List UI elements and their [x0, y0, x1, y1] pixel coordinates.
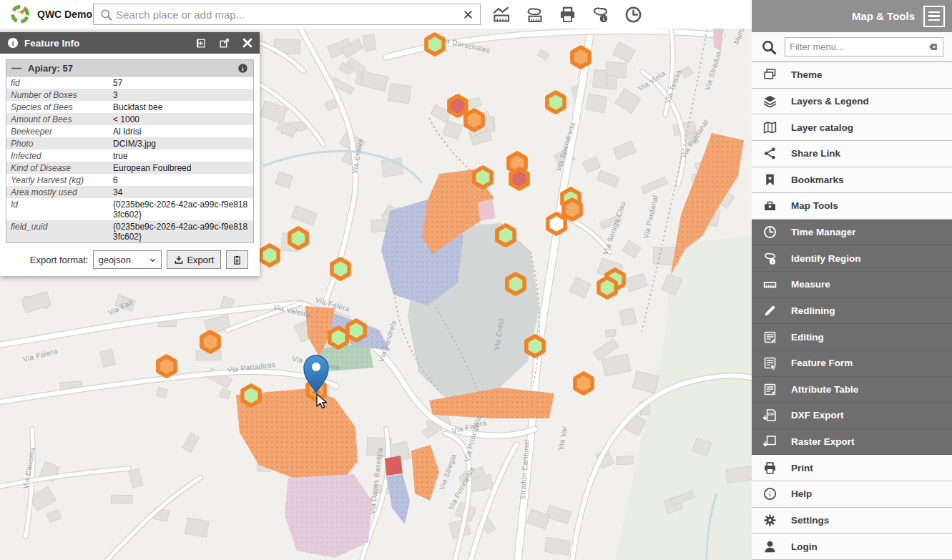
apiary-marker-orange[interactable]	[575, 373, 592, 393]
apiary-marker-green[interactable]	[290, 228, 307, 248]
attribute-label: Infected	[6, 149, 109, 162]
apiary-marker-green[interactable]	[348, 320, 365, 340]
clear-filter-icon[interactable]	[928, 41, 938, 52]
feature-info-badge-icon[interactable]: i	[237, 63, 248, 74]
sidebar-item-theme[interactable]: Theme	[752, 62, 952, 89]
apiary-marker-orange[interactable]	[158, 356, 175, 376]
apiary-marker-green[interactable]	[330, 328, 347, 348]
qwc-logo-icon	[9, 3, 31, 26]
attribute-value: European Foulbreed	[109, 162, 253, 174]
sidebar-item-label: Login	[791, 541, 818, 552]
search-input[interactable]	[116, 9, 456, 21]
attribute-label: Kind of Disease	[6, 162, 109, 174]
sidebar-item-feature-form[interactable]: Feature Form	[752, 350, 952, 377]
sidebar-item-redlining[interactable]: Redlining	[752, 298, 952, 325]
svg-text:DXF: DXF	[768, 413, 775, 417]
print-icon	[762, 461, 778, 476]
attribute-row: Yearly Harvest (kg)6	[6, 174, 253, 186]
attribute-row: Number of Boxes3	[6, 89, 253, 101]
apiary-marker-green[interactable]	[526, 336, 544, 356]
chevron-down-icon	[149, 256, 157, 264]
search-bar[interactable]	[93, 4, 481, 25]
apiary-marker-green[interactable]	[507, 274, 524, 294]
apiary-marker-green[interactable]	[426, 34, 443, 54]
sidebar-item-label: Bookmarks	[791, 175, 844, 185]
attribute-label: Id	[6, 198, 109, 220]
sidebar-item-dxf-export[interactable]: DXFDXF Export	[752, 403, 952, 429]
filter-menu-input-box[interactable]	[785, 37, 943, 57]
sidebar-item-label: Raster Export	[791, 436, 855, 447]
help-icon: i	[762, 486, 778, 501]
export-format-label: Export format:	[30, 255, 89, 265]
sidebar-item-map-tools[interactable]: Map Tools	[752, 193, 952, 220]
sidebar-item-bookmarks[interactable]: Bookmarks	[752, 167, 952, 194]
feature-form-icon	[762, 355, 778, 370]
clear-search-icon[interactable]	[456, 10, 480, 19]
apiary-marker-green[interactable]	[332, 259, 349, 279]
apiary-marker-green[interactable]	[261, 245, 278, 265]
print-icon[interactable]	[556, 4, 578, 25]
sidebar-item-raster-export[interactable]: Raster Export	[752, 429, 952, 456]
identify-region-icon[interactable]: i	[589, 4, 611, 25]
apiary-marker-orange[interactable]	[572, 47, 589, 67]
hamburger-menu-icon[interactable]	[923, 6, 945, 27]
app-logo: QWC Demo	[0, 3, 93, 26]
feature-section: — Apiary: 57 i fid57Number of Boxes3Spec…	[6, 59, 254, 243]
editing-icon	[762, 330, 778, 345]
sidebar-item-measure[interactable]: Measure	[752, 272, 952, 298]
sidebar-item-settings[interactable]: Settings	[752, 508, 952, 534]
sidebar-item-help[interactable]: iHelp	[752, 481, 952, 508]
attribute-label: fid	[6, 77, 109, 89]
apiary-marker-green[interactable]	[474, 167, 491, 187]
time-manager-icon[interactable]	[622, 4, 644, 25]
sidebar-item-identify-region[interactable]: iIdentify Region	[752, 245, 952, 272]
sidebar-item-label: Editing	[791, 332, 824, 343]
measure-icon[interactable]	[491, 4, 512, 25]
sidebar-item-label: Theme	[791, 69, 823, 80]
apiary-marker-green[interactable]	[497, 225, 514, 245]
attribute-value: {0235be9c-2026-42ac-a99c-f9e8183fc602}	[109, 198, 253, 220]
copy-to-clipboard-button[interactable]	[226, 250, 248, 269]
feature-section-header[interactable]: — Apiary: 57 i	[6, 60, 253, 77]
close-icon[interactable]	[242, 37, 253, 49]
attribute-row: Kind of DiseaseEuropean Foulbreed	[6, 162, 253, 174]
apiary-marker-green[interactable]	[547, 92, 564, 112]
dock-icon[interactable]	[195, 37, 207, 49]
attribute-row: Area mostly used34	[6, 186, 253, 198]
sidebar-item-time-manager[interactable]: Time Manager	[752, 220, 952, 246]
apiary-marker-orange[interactable]	[466, 110, 483, 130]
menu-filter-row	[752, 32, 952, 62]
sidebar-item-layers-legend[interactable]: Layers & Legend	[752, 89, 952, 115]
external-window-icon[interactable]	[218, 37, 230, 49]
apiary-marker-red[interactable]	[449, 96, 466, 116]
apiary-marker-red[interactable]	[511, 169, 528, 189]
apiary-marker-orange[interactable]	[564, 200, 581, 220]
sidebar-item-layer-catalog[interactable]: Layer catalog	[752, 114, 952, 141]
apiary-marker-white[interactable]	[548, 214, 565, 234]
identify-region-icon: i	[762, 251, 778, 266]
sidebar-item-label: DXF Export	[791, 410, 844, 421]
sidebar-item-label: Identify Region	[791, 253, 861, 264]
svg-text:i: i	[769, 491, 771, 498]
apiary-marker-green[interactable]	[242, 385, 260, 406]
attribute-value: 3	[109, 89, 253, 101]
apiary-marker-green[interactable]	[599, 277, 616, 298]
attribute-table-icon	[762, 382, 778, 397]
attribute-value: Al Idrisi	[109, 125, 253, 137]
attribute-value: Buckfast bee	[109, 101, 253, 113]
export-format-select[interactable]: geojson	[93, 250, 162, 269]
attribute-value: 6	[109, 174, 253, 186]
sidebar-item-login[interactable]: Login	[752, 534, 952, 560]
attribute-value: {0235be9c-2026-42ac-a99c-f9e8183fc602}	[109, 220, 253, 242]
sidebar: Map & Tools ThemeLayers & LegendLayer ca…	[752, 0, 952, 560]
measure-area-icon[interactable]	[524, 4, 545, 25]
export-button[interactable]: Export	[167, 250, 221, 269]
filter-menu-input[interactable]	[790, 41, 925, 52]
svg-text:i: i	[12, 39, 14, 47]
sidebar-item-share-link[interactable]: Share Link	[752, 141, 952, 167]
sidebar-item-print[interactable]: Print	[752, 455, 952, 481]
collapse-icon[interactable]: —	[11, 64, 21, 72]
apiary-marker-orange[interactable]	[202, 332, 219, 352]
sidebar-item-editing[interactable]: Editing	[752, 324, 952, 350]
sidebar-item-attribute-table[interactable]: Attribute Table	[752, 377, 952, 403]
